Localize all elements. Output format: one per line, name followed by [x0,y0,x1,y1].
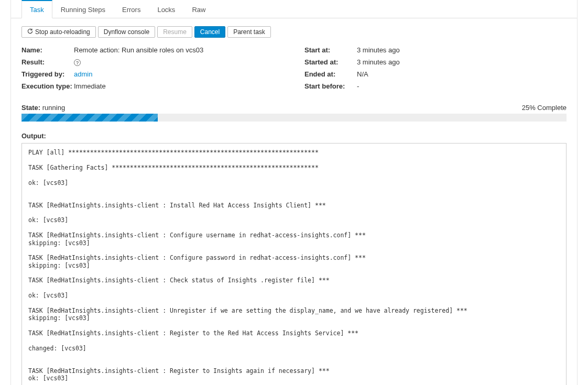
ended-at-label: Ended at: [304,70,357,78]
task-panel: Task Running Steps Errors Locks Raw Stop… [10,0,578,385]
tab-errors[interactable]: Errors [114,0,149,18]
started-at-value: 3 minutes ago [357,58,567,66]
tab-task[interactable]: Task [21,0,52,18]
stop-auto-reload-label: Stop auto-reloading [35,28,90,36]
output-label: Output: [21,132,567,140]
name-value: Remote action: Run ansible roles on vcs0… [74,46,284,54]
result-value: ? [74,58,284,66]
started-at-label: Started at: [304,58,357,66]
execution-type-label: Execution type: [21,82,74,90]
state-label: State: [21,104,40,112]
tab-locks[interactable]: Locks [149,0,183,18]
progress-fill [21,114,158,122]
tab-running-steps[interactable]: Running Steps [52,0,114,18]
output-log[interactable]: PLAY [all] *****************************… [21,143,567,385]
ended-at-value: N/A [357,70,567,78]
cancel-button[interactable]: Cancel [194,26,225,38]
start-before-label: Start before: [304,82,357,90]
resume-button: Resume [157,26,192,38]
triggered-by-link[interactable]: admin [74,70,92,78]
triggered-by-label: Triggered by: [21,70,74,78]
details-left-col: Name: Remote action: Run ansible roles o… [21,44,284,92]
state-row: State: running 25% Complete [21,104,567,112]
execution-type-value: Immediate [74,82,284,90]
result-label: Result: [21,58,74,66]
help-icon[interactable]: ? [74,59,81,66]
progress-complete-text: 25% Complete [522,104,567,112]
details-right-col: Start at: 3 minutes ago Started at: 3 mi… [304,44,567,92]
action-buttons: Stop auto-reloading Dynflow console Resu… [21,26,567,38]
parent-task-button[interactable]: Parent task [227,26,271,38]
stop-auto-reload-button[interactable]: Stop auto-reloading [21,26,96,38]
task-details: Name: Remote action: Run ansible roles o… [21,44,567,92]
state-value: running [42,104,65,112]
refresh-icon [27,28,33,36]
tab-raw[interactable]: Raw [183,0,214,18]
start-at-label: Start at: [304,46,357,54]
start-at-value: 3 minutes ago [357,46,567,54]
progress-bar [21,114,567,122]
tab-bar: Task Running Steps Errors Locks Raw [11,0,577,18]
dynflow-console-button[interactable]: Dynflow console [98,26,155,38]
name-label: Name: [21,46,74,54]
start-before-value: - [357,82,567,90]
